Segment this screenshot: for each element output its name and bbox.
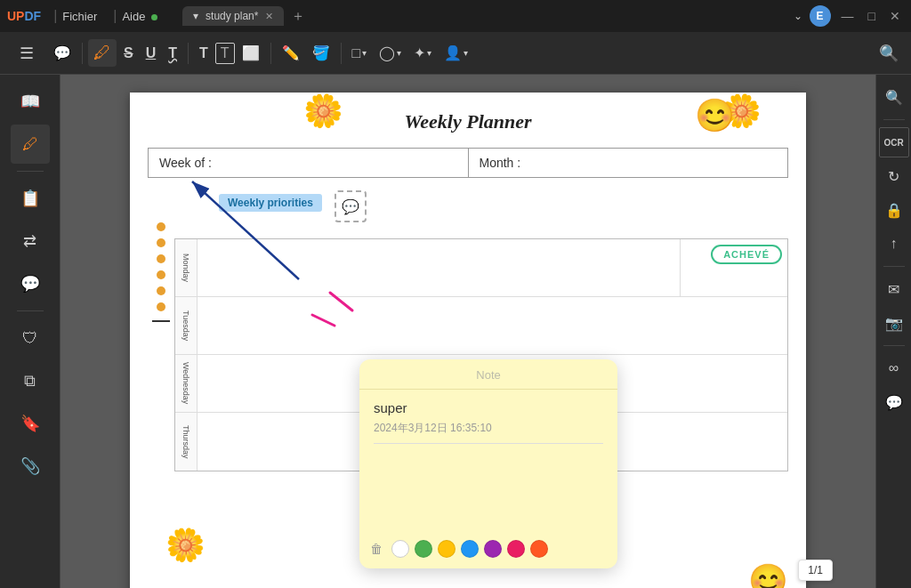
month-cell: Month : (469, 149, 788, 177)
tab-dropdown-icon: ▾ (193, 10, 198, 22)
menu-aide[interactable]: Aide (122, 10, 157, 23)
daisy-sticker-1: 🌼 (303, 93, 343, 130)
main-area: 📖 🖊 📋 ⇄ 💬 🛡 ⧉ 🔖 📎 🌼 🌼 😊 🌼 😊 Weekly Plann… (0, 75, 911, 588)
orange-dot-1 (157, 222, 165, 231)
sidebar-item-organize[interactable]: 📋 (11, 179, 50, 218)
aide-dot (151, 14, 157, 20)
acheve-area: ACHEVÉ (681, 239, 787, 296)
comment-toolbar-icon[interactable]: 💬 (48, 41, 77, 65)
minimize-button[interactable]: — (838, 9, 858, 23)
tabs-chevron-icon[interactable]: ⌄ (794, 10, 802, 22)
person-icon[interactable]: 👤▾ (439, 41, 473, 65)
text-squiggle-icon[interactable]: T (163, 42, 182, 65)
orange-dot-3 (157, 254, 165, 263)
note-color-white[interactable] (391, 540, 409, 558)
titlebar: UPDF | Fichier | Aide ▾ study plan* ✕ ＋ … (0, 0, 911, 32)
table-row: Monday ACHEVÉ (175, 239, 787, 297)
left-sidebar: 📖 🖊 📋 ⇄ 💬 🛡 ⧉ 🔖 📎 (0, 75, 60, 588)
document-title: Weekly Planner (148, 110, 788, 133)
note-color-blue[interactable] (461, 540, 479, 558)
right-btn-mail[interactable]: ✉ (879, 274, 909, 304)
sticker-icon[interactable]: ✦▾ (408, 41, 437, 65)
tab-study-plan[interactable]: ▾ study plan* ✕ (182, 6, 284, 26)
close-button[interactable]: ✕ (886, 9, 904, 23)
text-insert-icon[interactable]: T (194, 42, 214, 65)
right-btn-infinity[interactable]: ∞ (879, 353, 909, 383)
note-color-pink[interactable] (507, 540, 525, 558)
note-color-purple[interactable] (484, 540, 502, 558)
note-timestamp: 2024年3月12日 16:35:10 (374, 421, 603, 444)
right-btn-ocr[interactable]: OCR (879, 127, 909, 157)
daisy-sticker-smiley-2: 🌼 (165, 527, 206, 564)
shape-rect-icon[interactable]: □▾ (347, 42, 373, 65)
daisy-sticker-smiley-3: 😊 (748, 562, 788, 588)
tab-area: ▾ study plan* ✕ ＋ (182, 6, 793, 26)
avatar[interactable]: E (810, 5, 831, 27)
sidebar-item-convert[interactable]: ⇄ (11, 222, 50, 261)
document: 🌼 🌼 😊 🌼 😊 Weekly Planner Week of : Month… (130, 93, 806, 588)
canvas-area: 🌼 🌼 😊 🌼 😊 Weekly Planner Week of : Month… (60, 75, 875, 588)
sidebar-item-comment[interactable]: 💬 (11, 264, 50, 303)
right-sep-2 (883, 266, 905, 267)
shape-ellipse-icon[interactable]: ◯▾ (374, 41, 407, 65)
sidebar-item-stack[interactable]: ⧉ (11, 361, 50, 400)
weekly-priorities-badge: Weekly priorities (219, 194, 322, 212)
note-text: super (374, 400, 603, 415)
tab-title: study plan* (206, 10, 258, 22)
app-logo: UPDF (7, 9, 41, 23)
acheve-button[interactable]: ACHEVÉ (711, 245, 782, 264)
tab-close-icon[interactable]: ✕ (265, 11, 273, 22)
sidebar-sep-2 (17, 310, 44, 311)
day-label-thursday: Thursday (175, 413, 198, 471)
text-callout-icon[interactable]: ⬜ (237, 41, 265, 65)
note-footer: 🗑 (359, 533, 617, 558)
note-color-yellow[interactable] (438, 540, 456, 558)
draw-icon[interactable]: ✏️ (277, 41, 305, 65)
note-color-green[interactable] (415, 540, 432, 558)
text-box-icon[interactable]: T (215, 43, 235, 64)
sidebar-item-paperclip[interactable]: 📎 (11, 447, 50, 486)
day-label-monday: Monday (175, 239, 198, 296)
underline-icon[interactable]: U (141, 42, 162, 65)
sticky-note-icon-box[interactable]: 💬 (335, 190, 367, 222)
maximize-button[interactable]: □ (865, 9, 879, 23)
note-popup: Note super 2024年3月12日 16:35:10 🗑 (359, 359, 617, 568)
right-btn-lock[interactable]: 🔒 (879, 195, 909, 225)
sidebar-item-bookmark[interactable]: 🔖 (11, 404, 50, 443)
right-btn-share[interactable]: ↑ (879, 229, 909, 259)
toolbar: ☰ 💬 🖊 S U T T T ⬜ ✏️ 🪣 □▾ ◯▾ ✦▾ 👤▾ 🔍 (0, 32, 911, 75)
toolbar-sep-2 (188, 43, 189, 64)
menu-fichier[interactable]: Fichier (62, 10, 97, 23)
tab-add-button[interactable]: ＋ (291, 7, 305, 26)
toolbar-sep-1 (82, 43, 83, 64)
strikethrough-icon[interactable]: S (118, 42, 139, 65)
page-indicator: 1/1 (798, 560, 833, 581)
sidebar-item-protect[interactable]: 🛡 (11, 318, 50, 358)
note-body: super 2024年3月12日 16:35:10 (359, 390, 617, 533)
panel-toggle-icon[interactable]: ☰ (7, 34, 46, 73)
day-label-tuesday: Tuesday (175, 297, 198, 354)
search-toolbar-icon[interactable]: 🔍 (874, 40, 904, 67)
fill-icon[interactable]: 🪣 (307, 41, 335, 65)
sidebar-item-view[interactable]: 📖 (11, 82, 50, 121)
highlight-icon[interactable]: 🖊 (88, 39, 117, 67)
dot-column (148, 187, 174, 471)
sidebar-item-edit[interactable]: 🖊 (11, 125, 50, 164)
week-month-row: Week of : Month : (148, 148, 788, 178)
priorities-row: Weekly priorities 💬 (174, 187, 788, 231)
note-delete-button[interactable]: 🗑 (370, 542, 383, 556)
note-content-area[interactable] (374, 451, 603, 522)
sidebar-sep-1 (17, 171, 44, 172)
day-content-monday (198, 239, 681, 296)
dot-divider (152, 320, 170, 322)
right-sep-1 (883, 119, 905, 120)
orange-dot-5 (157, 286, 165, 295)
right-btn-rotate[interactable]: ↻ (879, 161, 909, 191)
table-row: Tuesday (175, 297, 787, 355)
week-cell: Week of : (149, 149, 469, 177)
orange-dot-4 (157, 270, 165, 279)
right-btn-chat[interactable]: 💬 (879, 387, 909, 417)
right-btn-search[interactable]: 🔍 (879, 82, 909, 112)
right-btn-camera[interactable]: 📷 (879, 308, 909, 338)
note-color-orange[interactable] (530, 540, 548, 558)
